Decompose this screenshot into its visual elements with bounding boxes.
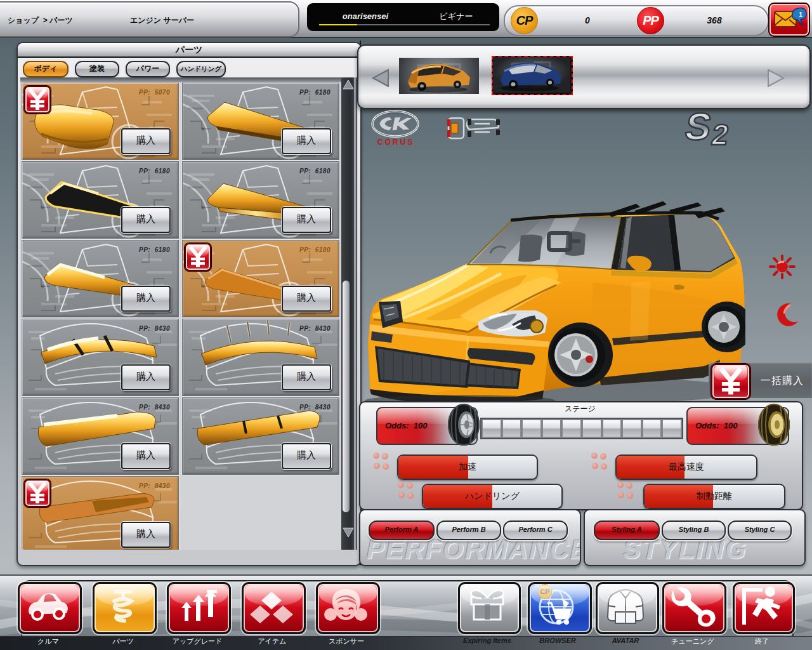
svg-text:1: 1 bbox=[799, 11, 802, 18]
svg-text:CP: CP bbox=[540, 588, 549, 595]
svg-text:S: S bbox=[682, 108, 715, 148]
svg-text:CORUS: CORUS bbox=[377, 138, 414, 147]
svg-text:2: 2 bbox=[709, 118, 731, 149]
